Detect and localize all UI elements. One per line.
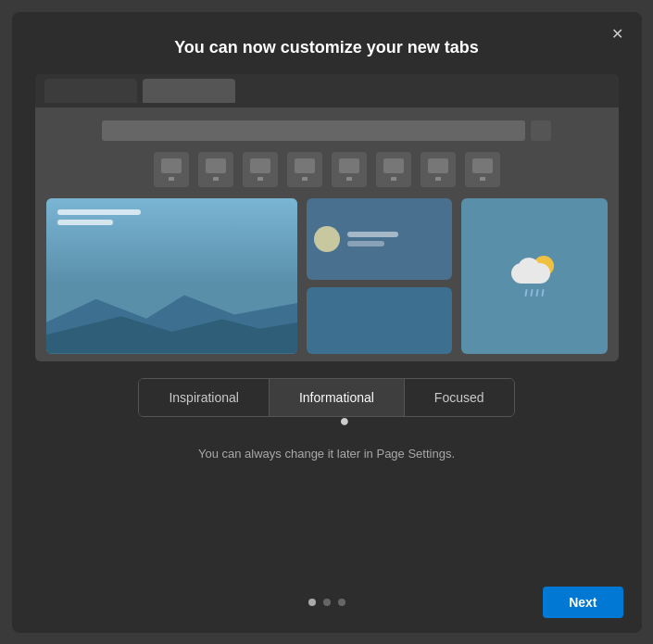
rain-line-3 <box>535 288 538 296</box>
quick-link-2 <box>198 152 233 187</box>
browser-content <box>35 107 619 361</box>
card-info-circle <box>314 226 340 252</box>
text-line-2 <box>57 220 113 225</box>
card-info-bottom <box>307 287 452 354</box>
cards-row <box>46 198 608 354</box>
quick-link-8 <box>465 152 500 187</box>
quick-link-6 <box>376 152 411 187</box>
quick-links-row <box>154 152 500 187</box>
next-button[interactable]: Next <box>543 587 622 618</box>
pagination-dots <box>308 599 345 606</box>
preview-area <box>35 74 619 361</box>
quick-link-dot <box>169 177 174 181</box>
quick-link-dot <box>346 177 352 181</box>
search-bar <box>102 120 525 141</box>
card-info-lines <box>347 232 445 246</box>
search-icon-box <box>531 120 551 141</box>
quick-link-icon <box>383 158 404 173</box>
quick-link-dot <box>213 177 219 181</box>
rain-line-1 <box>524 288 527 296</box>
dialog-footer: Next <box>12 574 642 633</box>
tab-options-row: Inspirational Informational Focused <box>138 378 514 417</box>
cursor-area: ● <box>12 417 642 434</box>
search-bar-row <box>102 120 551 141</box>
quick-link-icon <box>339 158 359 173</box>
quick-link-dot <box>257 177 263 181</box>
quick-link-dot <box>480 177 485 181</box>
card-focused <box>461 198 607 354</box>
browser-chrome <box>35 74 619 107</box>
quick-link-icon <box>472 158 493 173</box>
option-focused[interactable]: Focused <box>405 379 514 416</box>
dialog-title: You can now customize your new tabs <box>137 38 516 57</box>
quick-link-dot <box>302 177 308 181</box>
quick-link-icon <box>206 158 226 173</box>
card-info-column <box>307 198 452 354</box>
card-text-lines <box>57 209 141 225</box>
hint-text: You can always change it later in Page S… <box>198 447 455 461</box>
info-line-2 <box>347 241 384 246</box>
close-button[interactable]: ✕ <box>607 23 629 45</box>
dot-1 <box>308 599 316 606</box>
weather-illustration <box>511 256 558 284</box>
browser-tab <box>143 79 235 103</box>
browser-tab-active <box>44 79 137 103</box>
rain-line-4 <box>541 288 544 296</box>
rain-lines <box>525 289 544 297</box>
card-info-top <box>307 198 452 280</box>
quick-link-dot <box>391 177 396 181</box>
cloud-main <box>511 263 550 284</box>
quick-link-icon <box>428 158 448 173</box>
card-inspirational <box>46 198 298 354</box>
footer-actions: Next <box>345 587 623 618</box>
quick-link-icon <box>250 158 270 173</box>
quick-link-icon <box>161 158 182 173</box>
text-line-1 <box>57 209 141 215</box>
quick-link-3 <box>243 152 278 187</box>
info-line-1 <box>347 232 398 237</box>
quick-link-dot <box>435 177 441 181</box>
rain-line-2 <box>530 288 533 296</box>
option-inspirational[interactable]: Inspirational <box>139 379 270 416</box>
dot-2 <box>323 599 331 606</box>
quick-link-5 <box>332 152 367 187</box>
customize-tabs-dialog: ✕ You can now customize your new tabs <box>12 12 642 633</box>
quick-link-4 <box>287 152 322 187</box>
quick-link-1 <box>154 152 189 187</box>
quick-link-icon <box>295 158 315 173</box>
quick-link-7 <box>421 152 456 187</box>
dot-3 <box>338 599 345 606</box>
option-informational[interactable]: Informational <box>270 379 405 416</box>
